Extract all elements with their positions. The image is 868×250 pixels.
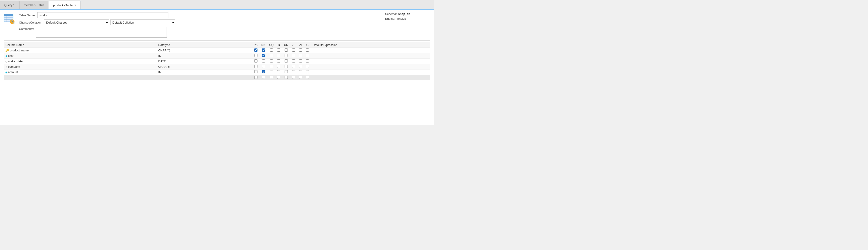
col-g-cell[interactable] bbox=[304, 59, 311, 64]
col-b-cell[interactable] bbox=[275, 64, 282, 70]
empty-b-checkbox[interactable] bbox=[277, 76, 280, 79]
company-nn-checkbox[interactable] bbox=[262, 65, 265, 68]
cost-zf-checkbox[interactable] bbox=[292, 54, 295, 57]
col-g-cell[interactable] bbox=[304, 53, 311, 59]
col-name-cell[interactable]: ◇ make_date bbox=[4, 59, 156, 64]
col-zf-cell[interactable] bbox=[290, 64, 297, 70]
empty-b-cell[interactable] bbox=[275, 75, 282, 80]
col-g-cell[interactable] bbox=[304, 48, 311, 53]
make_date-b-checkbox[interactable] bbox=[277, 59, 280, 62]
col-ai-cell[interactable] bbox=[297, 59, 304, 64]
col-uq-cell[interactable] bbox=[268, 70, 276, 75]
col-default-cell[interactable] bbox=[311, 64, 430, 70]
col-zf-cell[interactable] bbox=[290, 59, 297, 64]
col-ai-cell[interactable] bbox=[297, 70, 304, 75]
col-b-cell[interactable] bbox=[275, 48, 282, 53]
cost-g-checkbox[interactable] bbox=[306, 54, 309, 57]
col-default-cell[interactable] bbox=[311, 48, 430, 53]
amount-ai-checkbox[interactable] bbox=[299, 70, 302, 73]
cost-nn-checkbox[interactable] bbox=[262, 54, 265, 57]
col-nn-cell[interactable] bbox=[259, 64, 268, 70]
col-uq-cell[interactable] bbox=[268, 59, 276, 64]
col-un-cell[interactable] bbox=[282, 53, 290, 59]
cost-b-checkbox[interactable] bbox=[277, 54, 280, 57]
make_date-pk-checkbox[interactable] bbox=[254, 59, 257, 62]
col-g-cell[interactable] bbox=[304, 64, 311, 70]
empty-nn-checkbox[interactable] bbox=[262, 76, 265, 79]
col-name-cell[interactable]: ◆ cost bbox=[4, 53, 156, 59]
product_name-ai-checkbox[interactable] bbox=[299, 49, 302, 52]
col-default-cell[interactable] bbox=[311, 59, 430, 64]
collation-select[interactable]: Default Collation bbox=[110, 20, 175, 25]
company-pk-checkbox[interactable] bbox=[254, 65, 257, 68]
col-ai-cell[interactable] bbox=[297, 64, 304, 70]
empty-pk-cell[interactable] bbox=[252, 75, 259, 80]
empty-zf-checkbox[interactable] bbox=[292, 76, 295, 79]
make_date-nn-checkbox[interactable] bbox=[262, 59, 265, 62]
empty-g-cell[interactable] bbox=[304, 75, 311, 80]
company-b-checkbox[interactable] bbox=[277, 65, 280, 68]
company-ai-checkbox[interactable] bbox=[299, 65, 302, 68]
col-ai-cell[interactable] bbox=[297, 48, 304, 53]
col-name-cell[interactable]: ◇ company bbox=[4, 64, 156, 70]
col-zf-cell[interactable] bbox=[290, 48, 297, 53]
company-uq-checkbox[interactable] bbox=[270, 65, 273, 68]
amount-nn-checkbox[interactable] bbox=[262, 70, 265, 73]
col-un-cell[interactable] bbox=[282, 70, 290, 75]
col-b-cell[interactable] bbox=[275, 59, 282, 64]
col-uq-cell[interactable] bbox=[268, 64, 276, 70]
amount-uq-checkbox[interactable] bbox=[270, 70, 273, 73]
empty-ai-cell[interactable] bbox=[297, 75, 304, 80]
company-g-checkbox[interactable] bbox=[306, 65, 309, 68]
col-pk-cell[interactable] bbox=[252, 64, 259, 70]
table-name-input[interactable] bbox=[37, 12, 168, 18]
product_name-uq-checkbox[interactable] bbox=[270, 49, 273, 52]
col-uq-cell[interactable] bbox=[268, 48, 276, 53]
make_date-ai-checkbox[interactable] bbox=[299, 59, 302, 62]
product_name-pk-checkbox[interactable] bbox=[254, 49, 257, 52]
col-un-cell[interactable] bbox=[282, 59, 290, 64]
amount-g-checkbox[interactable] bbox=[306, 70, 309, 73]
tab-product[interactable]: product - Table × bbox=[49, 1, 81, 9]
cost-pk-checkbox[interactable] bbox=[254, 54, 257, 57]
col-b-cell[interactable] bbox=[275, 53, 282, 59]
product_name-b-checkbox[interactable] bbox=[277, 49, 280, 52]
make_date-uq-checkbox[interactable] bbox=[270, 59, 273, 62]
tab-product-close[interactable]: × bbox=[74, 4, 76, 7]
make_date-g-checkbox[interactable] bbox=[306, 59, 309, 62]
comments-input[interactable] bbox=[36, 27, 167, 37]
col-zf-cell[interactable] bbox=[290, 53, 297, 59]
amount-zf-checkbox[interactable] bbox=[292, 70, 295, 73]
cost-un-checkbox[interactable] bbox=[285, 54, 288, 57]
product_name-g-checkbox[interactable] bbox=[306, 49, 309, 52]
empty-nn-cell[interactable] bbox=[259, 75, 268, 80]
col-pk-cell[interactable] bbox=[252, 70, 259, 75]
col-nn-cell[interactable] bbox=[259, 53, 268, 59]
col-un-cell[interactable] bbox=[282, 64, 290, 70]
col-default-cell[interactable] bbox=[311, 70, 430, 75]
col-uq-cell[interactable] bbox=[268, 53, 276, 59]
product_name-nn-checkbox[interactable] bbox=[262, 49, 265, 52]
empty-pk-checkbox[interactable] bbox=[254, 76, 257, 79]
amount-un-checkbox[interactable] bbox=[285, 70, 288, 73]
empty-g-checkbox[interactable] bbox=[306, 76, 309, 79]
col-pk-cell[interactable] bbox=[252, 59, 259, 64]
col-zf-cell[interactable] bbox=[290, 70, 297, 75]
tab-query1[interactable]: Query 1 bbox=[0, 1, 19, 9]
make_date-un-checkbox[interactable] bbox=[285, 59, 288, 62]
product_name-zf-checkbox[interactable] bbox=[292, 49, 295, 52]
tab-member[interactable]: member - Table bbox=[20, 1, 49, 9]
amount-pk-checkbox[interactable] bbox=[254, 70, 257, 73]
charset-select[interactable]: Default Charset bbox=[44, 20, 109, 25]
company-zf-checkbox[interactable] bbox=[292, 65, 295, 68]
product_name-un-checkbox[interactable] bbox=[285, 49, 288, 52]
col-nn-cell[interactable] bbox=[259, 70, 268, 75]
col-default-cell[interactable] bbox=[311, 53, 430, 59]
col-g-cell[interactable] bbox=[304, 70, 311, 75]
empty-un-cell[interactable] bbox=[282, 75, 290, 80]
cost-uq-checkbox[interactable] bbox=[270, 54, 273, 57]
empty-zf-cell[interactable] bbox=[290, 75, 297, 80]
make_date-zf-checkbox[interactable] bbox=[292, 59, 295, 62]
col-un-cell[interactable] bbox=[282, 48, 290, 53]
col-name-cell[interactable]: ◆ amount bbox=[4, 70, 156, 75]
